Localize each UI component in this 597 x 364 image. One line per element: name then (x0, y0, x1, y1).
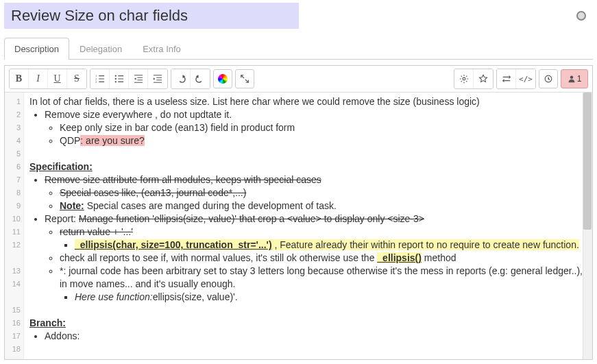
svg-point-3 (114, 75, 116, 76)
header (0, 0, 597, 32)
scrollbar-thumb[interactable] (583, 93, 592, 230)
ordered-list-icon: 123 (95, 74, 105, 84)
bold-button[interactable]: B (10, 69, 29, 88)
unordered-list-icon (114, 74, 124, 84)
editor-body: 123456789101112 1314 15161718 In lot of … (5, 93, 592, 359)
history-icon (544, 74, 553, 84)
list-item: QDP: are you sure? (60, 134, 587, 147)
svg-point-8 (570, 76, 573, 80)
svg-point-4 (114, 78, 116, 80)
undo-button[interactable] (171, 69, 191, 88)
underline-button[interactable]: U (48, 69, 67, 88)
svg-point-6 (463, 77, 465, 80)
indent-icon (153, 74, 162, 84)
svg-point-5 (114, 81, 116, 82)
outdent-icon (134, 74, 143, 84)
color-icon (218, 74, 228, 84)
user-icon (568, 75, 576, 83)
scrollbar[interactable] (583, 93, 592, 359)
ordered-list-button[interactable]: 123 (90, 69, 110, 88)
history-button[interactable] (539, 69, 558, 88)
outdent-button[interactable] (129, 69, 148, 88)
toolbar: B I U S 123 (5, 66, 592, 93)
list-item: check all reports to see if, with normal… (60, 252, 587, 265)
undo-icon (176, 74, 186, 84)
collaborators-count: 1 (577, 74, 582, 84)
star-icon (478, 74, 488, 84)
heading: Branch: (29, 317, 587, 330)
text-line: In lot of char fields, there is a useles… (29, 95, 587, 108)
list-item: _ellipsis(char, size=100, truncation_str… (75, 239, 587, 252)
tab-delegation[interactable]: Delegation (69, 38, 132, 60)
settings-button[interactable] (454, 69, 474, 88)
gear-icon (459, 74, 469, 84)
list-item: Remove size attribute form all modules, … (45, 173, 587, 213)
status-indicator-icon[interactable] (576, 11, 586, 21)
collaborators-button[interactable]: 1 (561, 69, 588, 88)
title-input[interactable] (4, 3, 299, 29)
tab-description[interactable]: Description (4, 38, 69, 60)
color-button[interactable] (213, 69, 232, 88)
list-item: Special cases like, (ean13, journal code… (60, 186, 587, 199)
line-gutter: 123456789101112 1314 15161718 (5, 93, 24, 359)
list-item: return value + '...' _ellipsis(char, siz… (60, 226, 587, 252)
unordered-list-button[interactable] (110, 69, 129, 88)
fullscreen-icon (240, 74, 249, 84)
tab-extra-info[interactable]: Extra Info (132, 38, 191, 60)
star-button[interactable] (474, 69, 493, 88)
swap-icon (502, 74, 511, 84)
list-item: Report: Manage function 'ellipsis(size, … (45, 213, 587, 304)
tabs: Description Delegation Extra Info (4, 37, 593, 60)
heading: Specification: (29, 160, 587, 173)
svg-text:3: 3 (95, 80, 97, 84)
list-item: Addons: (45, 330, 587, 343)
list-item: Remove size everywhere , do not updtate … (45, 108, 587, 147)
editor-content[interactable]: In lot of char fields, there is a useles… (24, 93, 592, 359)
swap-button[interactable] (497, 69, 516, 88)
list-item: *: journal code has been arbitrary set t… (60, 265, 587, 304)
strike-button[interactable]: S (67, 69, 86, 88)
list-item: Here use function:ellipsis(size, value)'… (75, 291, 587, 304)
list-item: Note: Special cases are manged during th… (60, 199, 587, 213)
code-button[interactable]: </> (516, 69, 535, 88)
list-item: Keep only size in bar code (ean13) field… (60, 121, 587, 134)
fullscreen-button[interactable] (235, 69, 254, 88)
indent-button[interactable] (148, 69, 167, 88)
editor: B I U S 123 (4, 65, 593, 360)
italic-button[interactable]: I (29, 69, 48, 88)
redo-button[interactable] (191, 69, 210, 88)
redo-icon (195, 74, 205, 84)
